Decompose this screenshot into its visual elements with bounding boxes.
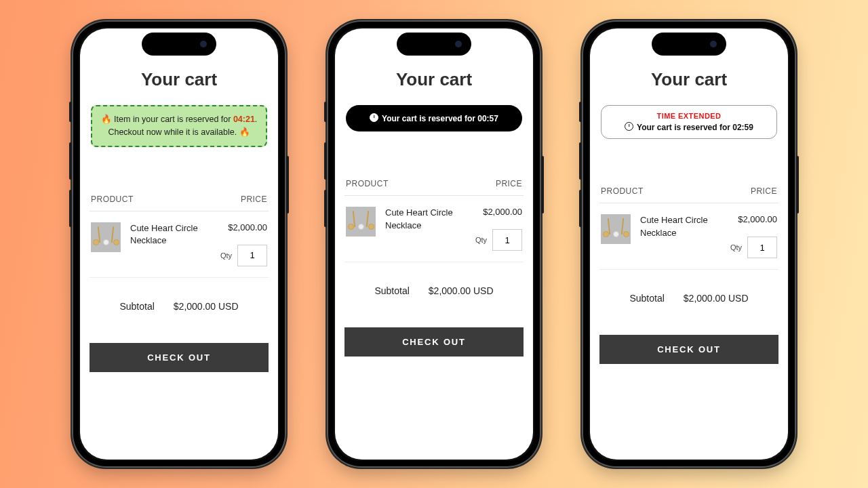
phone-mockup: Your cart Your cart is reserved for 00:5… bbox=[327, 20, 541, 468]
reservation-timer: 00:57 bbox=[477, 114, 498, 123]
phone-screen: Your cart 🔥 Item in your cart is reserve… bbox=[80, 28, 278, 460]
qty-input[interactable] bbox=[747, 237, 777, 258]
col-product: PRODUCT bbox=[601, 186, 644, 196]
dynamic-island bbox=[652, 33, 726, 56]
subtotal-label: Subtotal bbox=[374, 285, 409, 296]
dynamic-island bbox=[397, 33, 471, 56]
qty-label: Qty bbox=[475, 236, 487, 244]
reservation-banner: 🔥 Item in your cart is reserved for 04:2… bbox=[91, 105, 267, 147]
product-name[interactable]: Cute Heart Circle Necklace bbox=[640, 214, 721, 258]
col-price: PRICE bbox=[751, 186, 777, 196]
col-product: PRODUCT bbox=[346, 179, 389, 188]
checkout-button[interactable]: CHECK OUT bbox=[90, 343, 269, 372]
product-thumbnail[interactable] bbox=[91, 222, 121, 252]
phone-screen: Your cart Your cart is reserved for 00:5… bbox=[335, 28, 533, 460]
qty-label: Qty bbox=[220, 251, 232, 260]
column-headers: PRODUCT PRICE bbox=[599, 186, 778, 203]
banner-text: Your cart is reserved for bbox=[637, 123, 732, 132]
product-price: $2,000.00 bbox=[220, 222, 267, 232]
reservation-banner: Your cart is reserved for 00:57 bbox=[346, 105, 522, 131]
banner-line1a: 🔥 Item in your cart is reserved for bbox=[101, 115, 233, 124]
product-thumbnail[interactable] bbox=[346, 207, 376, 237]
reservation-banner: TIME EXTENDED Your cart is reserved for … bbox=[601, 105, 777, 139]
product-price: $2,000.00 bbox=[475, 207, 522, 217]
qty-label: Qty bbox=[730, 243, 742, 251]
col-product: PRODUCT bbox=[91, 195, 134, 204]
time-extended-label: TIME EXTENDED bbox=[607, 112, 771, 120]
col-price: PRICE bbox=[241, 195, 267, 204]
col-price: PRICE bbox=[496, 179, 522, 188]
cart-row: Cute Heart Circle Necklace $2,000.00 Qty bbox=[599, 203, 778, 270]
checkout-button[interactable]: CHECK OUT bbox=[344, 327, 524, 357]
timer-icon bbox=[370, 113, 378, 122]
subtotal-value: $2,000.00 USD bbox=[684, 293, 749, 304]
subtotal-value: $2,000.00 USD bbox=[174, 301, 239, 312]
stage: Your cart 🔥 Item in your cart is reserve… bbox=[0, 0, 868, 488]
column-headers: PRODUCT PRICE bbox=[90, 195, 269, 211]
dynamic-island bbox=[142, 33, 216, 56]
column-headers: PRODUCT PRICE bbox=[344, 179, 524, 196]
product-thumbnail[interactable] bbox=[601, 214, 631, 244]
subtotal-row: Subtotal $2,000.00 USD bbox=[90, 301, 269, 312]
reservation-timer: 02:59 bbox=[732, 123, 753, 132]
product-price: $2,000.00 bbox=[730, 214, 777, 224]
page-title: Your cart bbox=[344, 69, 524, 90]
product-name[interactable]: Cute Heart Circle Necklace bbox=[385, 207, 466, 251]
banner-line2: Checkout now while it is available. 🔥 bbox=[108, 127, 250, 137]
checkout-button[interactable]: CHECK OUT bbox=[599, 335, 778, 364]
phone-screen: Your cart TIME EXTENDED Your cart is res… bbox=[590, 28, 788, 460]
phone-mockup: Your cart 🔥 Item in your cart is reserve… bbox=[72, 20, 286, 468]
banner-line1b: . bbox=[255, 115, 257, 124]
qty-input[interactable] bbox=[492, 229, 522, 251]
subtotal-label: Subtotal bbox=[119, 301, 154, 312]
product-name[interactable]: Cute Heart Circle Necklace bbox=[130, 222, 211, 266]
timer-icon bbox=[625, 122, 633, 131]
subtotal-value: $2,000.00 USD bbox=[429, 285, 494, 296]
subtotal-row: Subtotal $2,000.00 USD bbox=[599, 293, 778, 304]
cart-row: Cute Heart Circle Necklace $2,000.00 Qty bbox=[344, 196, 524, 262]
subtotal-row: Subtotal $2,000.00 USD bbox=[344, 285, 524, 296]
cart-row: Cute Heart Circle Necklace $2,000.00 Qty bbox=[90, 211, 269, 278]
subtotal-label: Subtotal bbox=[629, 293, 664, 304]
reservation-timer: 04:21 bbox=[233, 115, 255, 124]
banner-text: Your cart is reserved for bbox=[382, 114, 477, 123]
qty-input[interactable] bbox=[237, 245, 267, 266]
phone-mockup: Your cart TIME EXTENDED Your cart is res… bbox=[582, 20, 796, 468]
page-title: Your cart bbox=[599, 69, 778, 90]
page-title: Your cart bbox=[90, 69, 269, 90]
